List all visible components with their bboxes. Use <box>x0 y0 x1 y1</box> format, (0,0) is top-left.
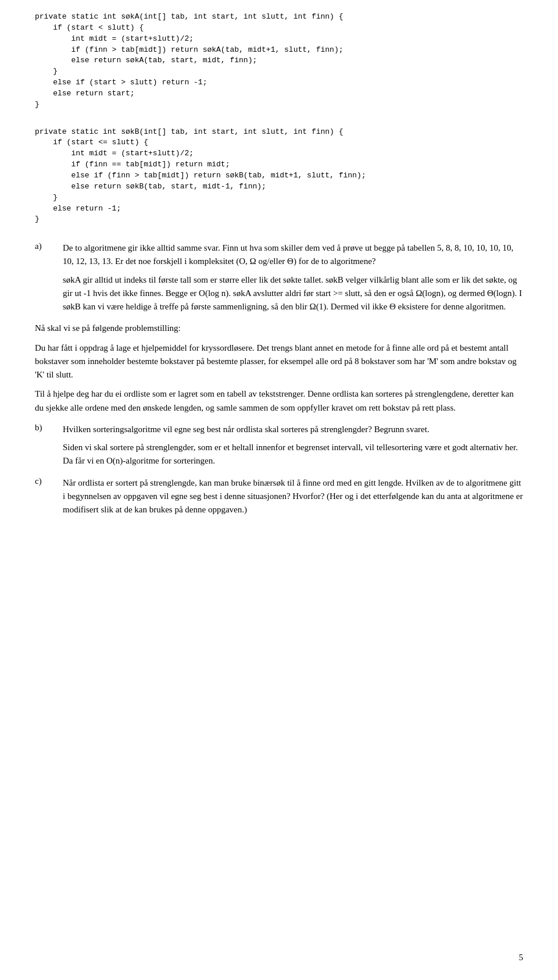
answer-a-text: søkA gir alltid ut indeks til første tal… <box>63 273 523 314</box>
answer-b-text: Siden vi skal sortere på strenglengder, … <box>63 441 523 468</box>
question-c-label: c) <box>35 476 63 486</box>
question-b-label: b) <box>35 423 63 433</box>
code-block-b: private static int søkB(int[] tab, int s… <box>35 127 523 226</box>
page-number: 5 <box>519 953 524 963</box>
question-a-text: De to algoritmene gir ikke alltid samme … <box>63 241 523 269</box>
code-block-a: private static int søkA(int[] tab, int s… <box>35 12 523 111</box>
intro-para3: Til å hjelpe deg har du ei ordliste som … <box>35 387 523 415</box>
intro-para1: Nå skal vi se på følgende problemstillin… <box>35 322 523 335</box>
question-a-label: a) <box>35 241 63 251</box>
intro-para2: Du har fått i oppdrag å lage et hjelpemi… <box>35 341 523 382</box>
question-c-text: Når ordlista er sortert på strenglengde,… <box>63 476 523 517</box>
question-b-text: Hvilken sorteringsalgoritme vil egne seg… <box>63 423 430 436</box>
